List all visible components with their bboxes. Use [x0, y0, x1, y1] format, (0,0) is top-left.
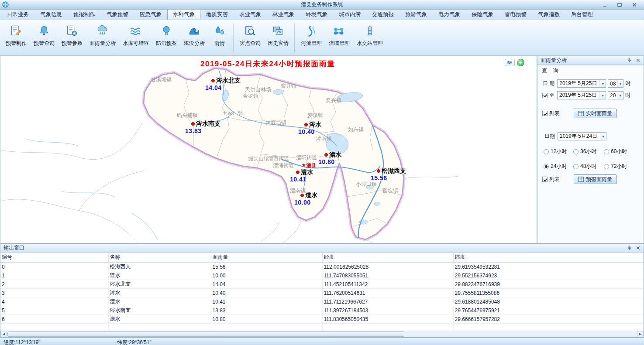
chevron-down-icon[interactable]: ▾ — [617, 80, 623, 87]
menu-item[interactable]: 气象信息 — [34, 9, 68, 20]
close-panel-icon[interactable] — [635, 57, 641, 64]
date-to-combo[interactable]: 2019年 5月25日 ▾ — [557, 91, 606, 99]
menu-item[interactable]: 保险气象 — [466, 9, 499, 20]
toolbar-button[interactable]: 雨情 — [208, 21, 231, 55]
duration-radio[interactable]: 24小时 — [544, 163, 573, 170]
cell-rainfall: 10.41 — [211, 297, 322, 306]
chevron-down-icon[interactable]: ▾ — [617, 92, 623, 99]
close-button[interactable] — [630, 1, 639, 8]
table-row[interactable]: 5 涔水南支 13.83 111.397267184503 29.7654476… — [0, 306, 644, 315]
column-header[interactable]: 编号 — [0, 253, 108, 263]
column-header[interactable]: 面雨量 — [211, 253, 322, 263]
toolbar-separator — [233, 24, 234, 52]
toolbar-button[interactable]: 水文站管理 — [353, 21, 386, 55]
forecast-row: 列表 预报面雨量 — [542, 174, 616, 184]
duration-radio[interactable]: 48小时 — [573, 163, 604, 170]
table-row[interactable]: 2 涔水北支 14.04 111.452105411342 29.8823476… — [0, 280, 644, 289]
table-row[interactable]: 0 松滋西支 15.56 112.001625625028 29.6193549… — [0, 263, 644, 271]
menu-item[interactable]: 旅游气象 — [399, 9, 433, 20]
table-row[interactable]: 4 澧水 10.41 111.711219667627 29.618801248… — [0, 297, 644, 306]
cell-latitude: 29.7654476975921 — [453, 306, 644, 315]
menu-item[interactable]: 交通预报 — [366, 9, 399, 20]
toolbar-button[interactable]: 淹没分析 — [180, 21, 208, 55]
toolbar-button[interactable]: 预警参数 — [58, 21, 86, 55]
chevron-down-icon[interactable]: ▾ — [599, 92, 606, 99]
pin-icon[interactable] — [626, 245, 633, 251]
hour-to-combo[interactable]: 20 ▾ — [608, 91, 623, 99]
toolbar-button-label: 灾点查询 — [240, 40, 261, 47]
hour-suffix-label: 时 — [625, 80, 630, 87]
window-title: 澧县业务制作系统 — [0, 1, 644, 8]
zoom-in-button[interactable]: + — [517, 59, 524, 66]
chevron-down-icon[interactable]: ▾ — [600, 133, 606, 140]
toolbar-button[interactable]: 流域管理 — [325, 21, 353, 55]
list-checkbox-2[interactable] — [542, 177, 548, 182]
menu-item[interactable]: 城市内涝 — [333, 9, 366, 20]
menu-item[interactable]: 预报制作 — [68, 9, 101, 20]
menu-item[interactable]: 林业气象 — [267, 9, 300, 20]
hour-from-combo[interactable]: 08 ▾ — [608, 79, 623, 88]
titlebar: 澧县业务制作系统 — [0, 0, 644, 10]
map-panel[interactable]: 甘溪滩镇盐井镇天供山林场金罗镇复兴镇码头铺镇王家厂镇梦溪镇大堰垱镇涔南镇如东镇城… — [0, 56, 537, 243]
menu-item[interactable]: 气象预警 — [101, 9, 134, 20]
pin-icon[interactable] — [626, 57, 633, 64]
column-header[interactable]: 经度 — [322, 253, 453, 263]
cell-rainfall: 10.80 — [211, 315, 322, 324]
close-panel-icon[interactable] — [635, 245, 641, 251]
toolbar-button[interactable]: 防汛预案 — [152, 21, 180, 55]
menu-item[interactable]: 水利气象 — [167, 9, 200, 20]
toolbar-button[interactable]: 面雨量分析 — [86, 21, 119, 55]
radio-icon — [604, 149, 609, 154]
chevron-down-icon[interactable]: ▾ — [599, 80, 606, 87]
forecast-date-combo[interactable]: 2019年 5月24日 ▾ — [558, 132, 606, 140]
map-layers-button[interactable] — [505, 59, 515, 66]
menu-item[interactable]: 应急气象 — [134, 9, 167, 20]
date-from-combo[interactable]: 2019年 5月25日 ▾ — [557, 79, 606, 88]
toolbar-button[interactable]: 历史灾情 — [264, 21, 292, 55]
scroll-thumb[interactable] — [7, 331, 404, 337]
group-divider — [537, 65, 644, 66]
toolbar-button[interactable]: 水库可增容 — [119, 21, 152, 55]
scroll-right-button[interactable]: ▶ — [637, 331, 644, 337]
station-rainfall-value: 15.56 — [371, 174, 387, 181]
scroll-track[interactable] — [7, 331, 637, 337]
realtime-rainfall-button[interactable]: 实时面雨量 — [574, 109, 616, 118]
maximize-button[interactable] — [615, 1, 624, 8]
horizontal-scrollbar[interactable]: ◀ ▶ — [0, 331, 644, 337]
menu-item[interactable]: 地质灾害 — [200, 9, 234, 20]
toolbar-button-icon — [188, 25, 200, 37]
to-checkbox[interactable] — [542, 93, 548, 98]
menu-item[interactable]: 雷电预警 — [499, 9, 532, 20]
hour-suffix-label: 时 — [625, 92, 630, 99]
radio-icon — [573, 149, 579, 154]
duration-radio[interactable]: 12小时 — [544, 148, 573, 155]
forecast-date-label: 日期 — [544, 133, 555, 140]
toolbar-button[interactable]: 灾点查询 — [236, 21, 264, 55]
table-row[interactable]: 1 道水 10.00 111.747083055051 29.552156374… — [0, 271, 644, 280]
duration-radio[interactable]: 60小时 — [604, 148, 637, 155]
menu-item[interactable]: 气象指数 — [532, 9, 565, 20]
table-row[interactable]: 6 澹水 10.80 111.830565050435 29.666615795… — [0, 315, 644, 324]
duration-radio[interactable]: 72小时 — [604, 163, 637, 170]
table-row[interactable]: 3 涔水 10.40 111.76200514631 29.7555811355… — [0, 289, 644, 297]
minimize-button[interactable] — [600, 1, 609, 8]
statusbar: 经度:112°13'19" 纬度:29°36'51" — [0, 338, 644, 345]
toolbar-button-label: 预警参数 — [62, 40, 83, 47]
column-header[interactable]: 名称 — [108, 253, 211, 263]
menu-item[interactable]: 后台管理 — [565, 9, 599, 20]
menu-item[interactable]: 农业气象 — [234, 9, 267, 20]
menu-item[interactable]: 日常业务 — [1, 9, 34, 20]
duration-radio[interactable]: 36小时 — [573, 148, 604, 155]
menu-item[interactable]: 电力气象 — [433, 9, 466, 20]
map-canvas[interactable] — [0, 56, 537, 243]
scroll-left-button[interactable]: ◀ — [0, 331, 7, 337]
column-header[interactable]: 纬度 — [453, 253, 644, 263]
toolbar-button[interactable]: 预警制作 — [2, 21, 30, 55]
list-checkbox[interactable] — [542, 111, 548, 116]
cell-name: 澹水 — [108, 315, 211, 324]
forecast-rainfall-button[interactable]: 预报面雨量 — [574, 174, 616, 184]
station-rainfall-value: 10.00 — [294, 199, 311, 206]
menu-item[interactable]: 环境气象 — [300, 9, 333, 20]
toolbar-button[interactable]: 预警查询 — [30, 21, 58, 55]
toolbar-button[interactable]: 河流管理 — [297, 21, 325, 55]
